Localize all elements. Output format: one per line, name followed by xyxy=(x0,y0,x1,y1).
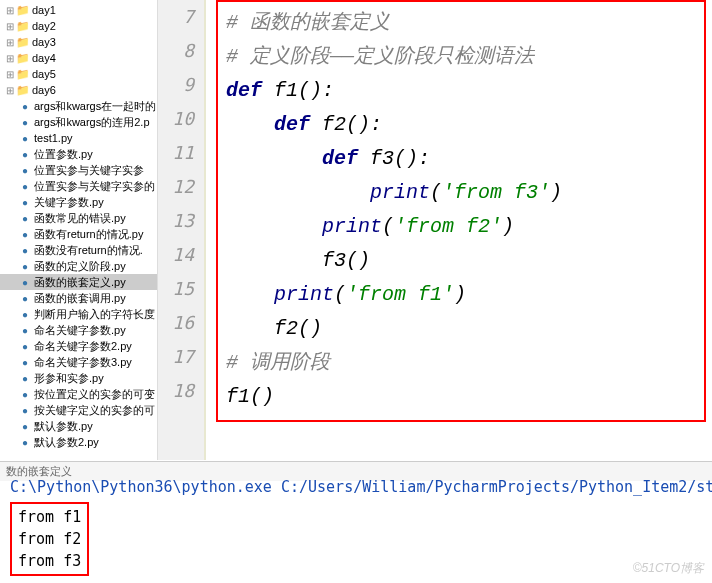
file-label: 函数有return的情况.py xyxy=(34,227,143,242)
folder-icon: 📁 xyxy=(16,3,30,17)
console-output-line: from f1 xyxy=(18,506,81,528)
python-file-icon: ● xyxy=(18,275,32,289)
python-file-icon: ● xyxy=(18,99,32,113)
code-line: print('from f3') xyxy=(226,176,696,210)
folder-label: day6 xyxy=(32,84,56,96)
code-line: f1() xyxy=(226,380,696,414)
expand-icon[interactable]: ⊞ xyxy=(4,5,16,16)
file-label: 关键字参数.py xyxy=(34,195,104,210)
folder-icon: 📁 xyxy=(16,19,30,33)
watermark: ©51CTO博客 xyxy=(633,560,704,577)
folder-label: day1 xyxy=(32,4,56,16)
code-line: f3() xyxy=(226,244,696,278)
code-line: print('from f2') xyxy=(226,210,696,244)
file-item[interactable]: ●函数常见的错误.py xyxy=(0,210,157,226)
python-file-icon: ● xyxy=(18,291,32,305)
file-label: 函数的嵌套定义.py xyxy=(34,275,126,290)
python-file-icon: ● xyxy=(18,115,32,129)
python-file-icon: ● xyxy=(18,371,32,385)
python-file-icon: ● xyxy=(18,243,32,257)
line-number: 15 xyxy=(158,272,194,306)
folder-item[interactable]: ⊞📁day2 xyxy=(0,18,157,34)
file-item[interactable]: ●函数没有return的情况. xyxy=(0,242,157,258)
line-number: 14 xyxy=(158,238,194,272)
python-file-icon: ● xyxy=(18,323,32,337)
code-line: def f3(): xyxy=(226,142,696,176)
expand-icon[interactable]: ⊞ xyxy=(4,37,16,48)
run-console: C:\Python\Python36\python.exe C:/Users/W… xyxy=(10,478,706,576)
python-file-icon: ● xyxy=(18,227,32,241)
python-file-icon: ● xyxy=(18,387,32,401)
file-label: 形参和实参.py xyxy=(34,371,104,386)
python-file-icon: ● xyxy=(18,355,32,369)
folder-label: day3 xyxy=(32,36,56,48)
line-number: 16 xyxy=(158,306,194,340)
file-item[interactable]: ●关键字参数.py xyxy=(0,194,157,210)
file-tree[interactable]: ⊞📁day1⊞📁day2⊞📁day3⊞📁day4⊞📁day5⊞📁day6●arg… xyxy=(0,0,158,460)
folder-item[interactable]: ⊞📁day4 xyxy=(0,50,157,66)
file-label: 默认参数.py xyxy=(34,419,93,434)
file-item[interactable]: ●命名关键字参数2.py xyxy=(0,338,157,354)
file-item[interactable]: ●默认参数.py xyxy=(0,418,157,434)
code-highlight-box: # 函数的嵌套定义# 定义阶段——定义阶段只检测语法def f1(): def … xyxy=(216,0,706,422)
code-editor[interactable]: # 函数的嵌套定义# 定义阶段——定义阶段只检测语法def f1(): def … xyxy=(206,0,712,460)
file-item[interactable]: ●按关键字定义的实参的可 xyxy=(0,402,157,418)
file-item[interactable]: ●args和kwargs在一起时的 xyxy=(0,98,157,114)
line-number: 8 xyxy=(158,34,194,68)
file-item[interactable]: ●args和kwargs的连用2.p xyxy=(0,114,157,130)
file-item[interactable]: ●位置实参与关键字实参 xyxy=(0,162,157,178)
file-item[interactable]: ●函数的嵌套调用.py xyxy=(0,290,157,306)
file-item[interactable]: ●函数有return的情况.py xyxy=(0,226,157,242)
file-label: args和kwargs在一起时的 xyxy=(34,99,156,114)
folder-item[interactable]: ⊞📁day6 xyxy=(0,82,157,98)
expand-icon[interactable]: ⊞ xyxy=(4,85,16,96)
folder-label: day5 xyxy=(32,68,56,80)
code-line: f2() xyxy=(226,312,696,346)
python-file-icon: ● xyxy=(18,259,32,273)
file-item[interactable]: ●位置实参与关键字实参的 xyxy=(0,178,157,194)
line-number: 17 xyxy=(158,340,194,374)
file-item[interactable]: ●按位置定义的实参的可变 xyxy=(0,386,157,402)
folder-icon: 📁 xyxy=(16,83,30,97)
file-item[interactable]: ●函数的嵌套定义.py xyxy=(0,274,157,290)
python-file-icon: ● xyxy=(18,131,32,145)
line-number: 9 xyxy=(158,68,194,102)
file-label: 默认参数2.py xyxy=(34,435,99,450)
folder-item[interactable]: ⊞📁day3 xyxy=(0,34,157,50)
file-label: test1.py xyxy=(34,132,73,144)
file-label: 函数的定义阶段.py xyxy=(34,259,126,274)
code-line: # 函数的嵌套定义 xyxy=(226,6,696,40)
folder-item[interactable]: ⊞📁day1 xyxy=(0,2,157,18)
expand-icon[interactable]: ⊞ xyxy=(4,21,16,32)
line-gutter: 789101112131415161718 xyxy=(158,0,206,460)
file-item[interactable]: ●形参和实参.py xyxy=(0,370,157,386)
line-number: 18 xyxy=(158,374,194,408)
file-item[interactable]: ●默认参数2.py xyxy=(0,434,157,450)
file-item[interactable]: ●判断用户输入的字符长度 xyxy=(0,306,157,322)
file-item[interactable]: ●命名关键字参数.py xyxy=(0,322,157,338)
python-file-icon: ● xyxy=(18,307,32,321)
folder-icon: 📁 xyxy=(16,51,30,65)
file-item[interactable]: ●位置参数.py xyxy=(0,146,157,162)
file-item[interactable]: ●函数的定义阶段.py xyxy=(0,258,157,274)
file-label: 函数的嵌套调用.py xyxy=(34,291,126,306)
file-label: 命名关键字参数.py xyxy=(34,323,126,338)
file-label: 命名关键字参数2.py xyxy=(34,339,132,354)
python-file-icon: ● xyxy=(18,195,32,209)
file-label: 按位置定义的实参的可变 xyxy=(34,387,155,402)
line-number: 13 xyxy=(158,204,194,238)
folder-item[interactable]: ⊞📁day5 xyxy=(0,66,157,82)
expand-icon[interactable]: ⊞ xyxy=(4,53,16,64)
python-file-icon: ● xyxy=(18,211,32,225)
file-item[interactable]: ●test1.py xyxy=(0,130,157,146)
file-item[interactable]: ●命名关键字参数3.py xyxy=(0,354,157,370)
file-label: 位置参数.py xyxy=(34,147,93,162)
folder-icon: 📁 xyxy=(16,67,30,81)
python-file-icon: ● xyxy=(18,403,32,417)
python-file-icon: ● xyxy=(18,339,32,353)
file-label: 位置实参与关键字实参 xyxy=(34,163,144,178)
expand-icon[interactable]: ⊞ xyxy=(4,69,16,80)
python-file-icon: ● xyxy=(18,147,32,161)
python-file-icon: ● xyxy=(18,163,32,177)
file-label: 按关键字定义的实参的可 xyxy=(34,403,155,418)
